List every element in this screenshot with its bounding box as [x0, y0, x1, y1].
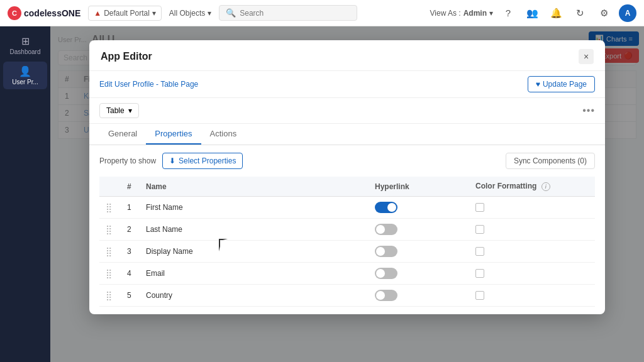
row-color-formatting[interactable] — [469, 197, 595, 219]
row-hyperlink[interactable] — [369, 285, 469, 307]
tab-general[interactable]: General — [99, 124, 146, 145]
table-row: ⣿ 5 Country — [99, 285, 595, 307]
hyperlink-toggle[interactable] — [375, 290, 397, 301]
row-hyperlink[interactable] — [369, 197, 469, 219]
avatar[interactable]: A — [619, 4, 636, 22]
hyperlink-toggle[interactable] — [375, 202, 397, 213]
notifications-icon[interactable]: 🔔 — [547, 4, 565, 22]
search-input[interactable] — [240, 9, 350, 18]
sidebar-item-label-users: User Pr... — [12, 79, 38, 85]
logo-icon: C — [8, 6, 21, 20]
update-page-icon: ♥ — [536, 80, 540, 89]
color-format-checkbox[interactable] — [475, 247, 484, 256]
breadcrumb-user-profile[interactable]: User Profile — [114, 80, 154, 89]
hyperlink-toggle[interactable] — [375, 224, 397, 235]
select-properties-button[interactable]: ⬇ Select Properties — [162, 153, 243, 169]
toggle-knob — [376, 269, 385, 278]
portal-label: Default Portal — [104, 9, 150, 18]
modal-close-button[interactable]: × — [579, 49, 594, 64]
header-row: # Name Hyperlink Color Formatting i — [99, 177, 595, 197]
th-num: # — [121, 177, 140, 197]
hyperlink-toggle[interactable] — [375, 246, 397, 257]
viewas-dropdown-icon: ▾ — [489, 9, 493, 18]
toggle-knob — [376, 247, 385, 256]
sync-components-button[interactable]: Sync Components (0) — [506, 153, 595, 169]
th-color-formatting: Color Formatting i — [469, 177, 595, 197]
objects-label: All Objects — [169, 9, 205, 18]
drag-icon: ⣿ — [106, 202, 112, 212]
row-number: 3 — [121, 241, 140, 263]
drag-handle: ⣿ — [99, 241, 121, 263]
global-search[interactable]: 🔍 — [219, 5, 357, 21]
objects-dropdown-icon: ▾ — [208, 9, 211, 18]
viewas-label: View As : — [430, 9, 461, 18]
app-name: codelessONE — [24, 8, 80, 18]
row-hyperlink[interactable] — [369, 219, 469, 241]
row-number: 4 — [121, 263, 140, 285]
table-header: # Name Hyperlink Color Formatting i — [99, 177, 595, 197]
color-format-checkbox[interactable] — [475, 269, 484, 278]
table-row: ⣿ 2 Last Name — [99, 219, 595, 241]
row-number: 2 — [121, 219, 140, 241]
table-body: ⣿ 1 First Name ⣿ 2 Last Name — [99, 197, 595, 307]
table-select-dropdown[interactable]: Table ▾ — [99, 103, 139, 118]
row-name: First Name — [140, 197, 369, 219]
tab-actions-label: Actions — [210, 129, 237, 138]
content-area: User Pr... All U... Search Record... # F… — [50, 26, 644, 362]
row-color-formatting[interactable] — [469, 263, 595, 285]
portal-dropdown-icon: ▾ — [152, 9, 156, 18]
select-props-label: Select Properties — [179, 156, 236, 165]
properties-table: # Name Hyperlink Color Formatting i ⣿ 1 … — [99, 177, 595, 307]
tab-general-label: General — [108, 129, 137, 138]
property-show-label: Property to show — [99, 156, 156, 165]
breadcrumb-edit: Edit — [99, 80, 113, 89]
row-hyperlink[interactable] — [369, 263, 469, 285]
table-select-arrow: ▾ — [128, 106, 132, 115]
breadcrumb-page[interactable]: Page — [180, 80, 198, 89]
main-layout: ⊞ Dashboard 👤 User Pr... User Pr... All … — [0, 26, 644, 362]
drag-icon: ⣿ — [106, 246, 112, 256]
color-format-checkbox[interactable] — [475, 225, 484, 234]
tab-properties[interactable]: Properties — [146, 124, 201, 145]
toggle-knob — [376, 291, 385, 300]
table-row: ⣿ 3 Display Name — [99, 241, 595, 263]
editor-breadcrumb: Edit User Profile - Table Page — [99, 80, 198, 89]
row-hyperlink[interactable] — [369, 241, 469, 263]
drag-icon: ⣿ — [106, 290, 112, 300]
update-page-button[interactable]: ♥ Update Page — [528, 76, 595, 92]
sidebar-item-users[interactable]: 👤 User Pr... — [3, 62, 47, 89]
objects-selector[interactable]: All Objects ▾ — [169, 9, 211, 18]
hyperlink-toggle[interactable] — [375, 268, 397, 279]
tab-actions[interactable]: Actions — [201, 124, 246, 145]
drag-handle: ⣿ — [99, 197, 121, 219]
tab-properties-label: Properties — [155, 129, 192, 138]
row-color-formatting[interactable] — [469, 241, 595, 263]
toggle-knob — [387, 203, 396, 212]
table-row: ⣿ 4 Email — [99, 263, 595, 285]
more-options-button[interactable]: ••• — [582, 105, 595, 116]
search-icon: 🔍 — [226, 8, 236, 18]
refresh-icon[interactable]: ↻ — [571, 4, 589, 22]
users-sidebar-icon: 👤 — [19, 65, 31, 77]
editor-toolbar: Edit User Profile - Table Page ♥ Update … — [89, 71, 605, 98]
portal-selector[interactable]: ▲ Default Portal ▾ — [88, 6, 162, 21]
help-icon[interactable]: ? — [499, 4, 517, 22]
row-color-formatting[interactable] — [469, 285, 595, 307]
breadcrumb-table[interactable]: Table — [160, 80, 179, 89]
users-icon[interactable]: 👥 — [523, 4, 541, 22]
row-name: Last Name — [140, 219, 369, 241]
row-name: Country — [140, 285, 369, 307]
color-format-checkbox[interactable] — [475, 203, 484, 212]
select-props-icon: ⬇ — [169, 156, 175, 165]
update-page-label: Update Page — [543, 80, 587, 89]
color-format-checkbox[interactable] — [475, 291, 484, 300]
table-select-value: Table — [106, 106, 125, 115]
table-row: ⣿ 1 First Name — [99, 197, 595, 219]
row-color-formatting[interactable] — [469, 219, 595, 241]
dashboard-icon: ⊞ — [21, 35, 30, 47]
properties-content: Property to show ⬇ Select Properties Syn… — [89, 145, 605, 314]
settings-icon[interactable]: ⚙ — [595, 4, 613, 22]
sidebar-item-dashboard[interactable]: ⊞ Dashboard — [3, 31, 47, 59]
toggle-knob — [376, 225, 385, 234]
property-show-row: Property to show ⬇ Select Properties Syn… — [99, 153, 595, 169]
